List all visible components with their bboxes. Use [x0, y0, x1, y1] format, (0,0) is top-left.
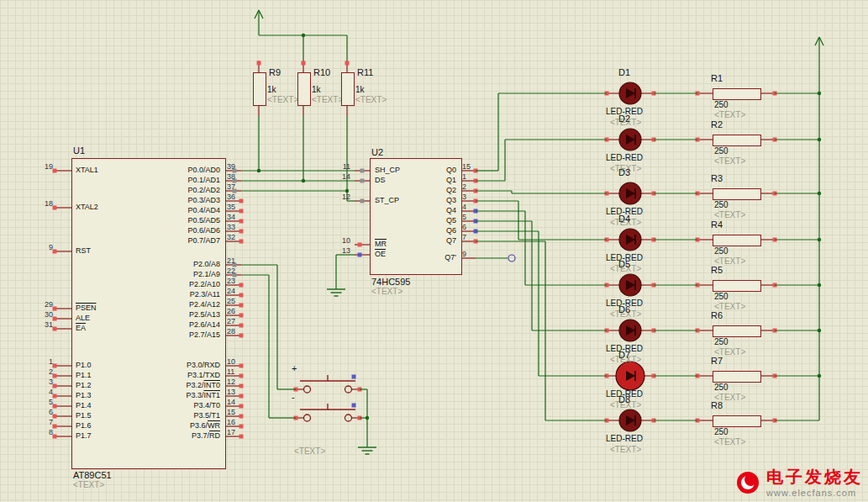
pin-name-text: Q4	[446, 206, 456, 214]
connection-marker	[53, 206, 57, 210]
pin-number: 14	[227, 399, 235, 406]
power-arrow[interactable]	[815, 37, 819, 45]
connection-marker	[239, 283, 244, 288]
resistor-text: <TEXT>	[714, 437, 745, 447]
resistor-text: <TEXT>	[312, 95, 343, 104]
pin-name-text: P2.7/A15	[189, 330, 220, 339]
pin-name: P3.6/WR	[190, 422, 220, 430]
resistor-R8[interactable]	[713, 415, 761, 427]
power-arrow[interactable]	[259, 10, 263, 18]
pin-name: XTAL1	[76, 166, 98, 174]
pin-name: P1.5	[76, 412, 92, 420]
resistor-value: 250	[714, 146, 729, 156]
power-arrow[interactable]	[255, 10, 259, 18]
watermark-text: 电子发烧友 www.elecfans.com	[766, 468, 863, 498]
led-value: LED-RED	[606, 153, 643, 162]
junction-dot	[818, 374, 821, 378]
resistor-R10[interactable]	[297, 72, 311, 106]
resistor-R6[interactable]	[713, 325, 761, 337]
resistor-R9[interactable]	[253, 72, 266, 106]
resistor-R1[interactable]	[713, 88, 761, 100]
pin-name: P2.5/A13	[189, 311, 220, 319]
watermark: 电子发烧友 www.elecfans.com	[735, 468, 863, 498]
pin-number: 37	[227, 183, 235, 191]
led-ref: D1	[618, 67, 630, 77]
pin-name: Q7	[446, 237, 456, 245]
resistor-value: 250	[714, 337, 729, 346]
connection-marker	[53, 384, 57, 388]
pin-number: 3	[49, 378, 53, 386]
pin-name-text: P1.0	[76, 361, 92, 369]
pin-number: 2	[462, 183, 466, 191]
resistor-text: <TEXT>	[714, 110, 745, 119]
pin-number: 10	[342, 237, 350, 245]
pin-number: 9	[49, 244, 53, 251]
resistor-value: 1k	[355, 85, 365, 94]
resistor-R11[interactable]	[341, 72, 355, 106]
u1-text: <TEXT>	[73, 480, 104, 489]
pin-name: Q3	[446, 197, 456, 204]
pin-name: P1.7	[76, 432, 92, 440]
connection-marker	[239, 384, 244, 388]
pin-name: RST	[76, 247, 91, 255]
button-terminal[interactable]	[304, 386, 311, 393]
pin-name: Q2	[446, 187, 456, 194]
resistor-text: <TEXT>	[267, 95, 298, 104]
connection-marker	[360, 179, 365, 183]
pin-name: Q6	[446, 227, 456, 235]
pin-number: 11	[227, 368, 234, 376]
pin-number: 4	[462, 203, 466, 211]
pin-name: Q1	[446, 177, 456, 184]
junction-dot	[302, 34, 305, 37]
button-terminal[interactable]	[345, 386, 352, 393]
pin-number: 9	[462, 251, 466, 258]
pin-name: DS	[375, 177, 386, 184]
connection-marker	[239, 334, 244, 338]
pin-number: 28	[227, 328, 235, 336]
resistor-ref: R1	[711, 73, 723, 83]
resistor-value: 250	[714, 383, 729, 392]
pin-name-text: Q7'	[445, 253, 456, 262]
connection-marker	[53, 425, 57, 429]
elecfans-logo	[735, 470, 760, 495]
pin-number: 29	[45, 301, 53, 309]
pin-name: P3.1/TXD	[187, 372, 220, 379]
pin-name: MR	[375, 240, 387, 248]
pin-name-text: P0.6/AD6	[187, 226, 220, 235]
power-arrow[interactable]	[819, 37, 823, 45]
pin-name: EA	[76, 325, 86, 332]
resistor-R7[interactable]	[713, 371, 761, 383]
pin-number: 35	[227, 203, 235, 211]
resistor-value: 250	[714, 100, 729, 109]
pin-number: 27	[227, 318, 235, 325]
pin-name: Q5	[446, 217, 456, 225]
pin-number: 4	[49, 388, 53, 396]
connection-marker	[53, 404, 57, 409]
pin-number: 13	[342, 247, 350, 255]
resistor-R3[interactable]	[713, 188, 761, 200]
button-terminal[interactable]	[304, 415, 311, 421]
pin-number: 15	[227, 409, 235, 416]
connection-marker	[358, 253, 362, 257]
connection-marker	[53, 435, 57, 439]
part-text: <TEXT>	[294, 447, 325, 456]
pin-name: P3.2/INT0	[186, 382, 220, 389]
pin-name-overline: MR	[375, 240, 387, 248]
connection-marker	[239, 415, 244, 419]
pin-name-overline: RD	[209, 431, 220, 440]
resistor-R5[interactable]	[713, 280, 761, 292]
connection-marker	[239, 404, 244, 409]
pin-name-text: P3.0/RXD	[187, 361, 220, 369]
pin-name-text: ST_CP	[375, 196, 399, 204]
button-terminal[interactable]	[345, 415, 352, 421]
pin-number: 3	[462, 193, 466, 201]
resistor-R4[interactable]	[713, 235, 761, 246]
pin-number: 22	[227, 267, 235, 275]
pin-name-text: P2.0/A8	[193, 260, 220, 268]
pin-number: 5	[462, 214, 466, 221]
resistor-R2[interactable]	[713, 135, 761, 146]
junction-dot	[818, 329, 821, 332]
pin-name-text: P2.3/A11	[190, 290, 220, 299]
pin-name: P2.6/A14	[189, 321, 220, 329]
led-ref: D7	[618, 350, 630, 360]
